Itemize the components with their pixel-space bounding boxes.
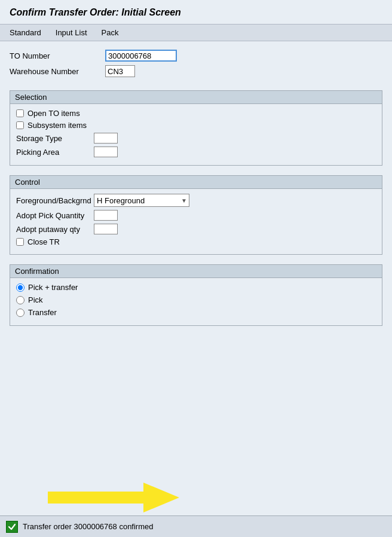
storage-type-row: Storage Type [16, 133, 376, 144]
yellow-arrow-annotation [48, 480, 179, 515]
storage-type-input[interactable] [94, 133, 118, 144]
radio-pick-transfer-label: Pick + transfer [28, 283, 78, 292]
subsystem-items-label: Subsystem items [27, 121, 87, 130]
to-number-input[interactable] [105, 50, 177, 62]
status-message: Transfer order 3000006768 confirmed [23, 522, 153, 531]
storage-type-label: Storage Type [16, 134, 94, 143]
selection-header: Selection [10, 91, 382, 104]
open-to-items-checkbox[interactable] [16, 109, 24, 117]
close-tr-label: Close TR [27, 237, 60, 246]
form-area: TO Number Warehouse Number [0, 41, 392, 86]
warehouse-input[interactable] [105, 65, 135, 77]
to-number-label: TO Number [10, 51, 105, 60]
radio-transfer-label: Transfer [28, 308, 57, 317]
picking-area-row: Picking Area [16, 147, 376, 157]
main-container: Confirm Transfer Order: Initial Screen S… [0, 0, 392, 537]
confirmation-header: Confirmation [10, 265, 382, 278]
close-tr-checkbox[interactable] [16, 238, 24, 246]
adopt-putaway-label: Adopt putaway qty [16, 225, 94, 234]
radio-pick-transfer-row: Pick + transfer [16, 283, 376, 292]
warehouse-row: Warehouse Number [10, 65, 382, 77]
radio-pick[interactable] [16, 296, 24, 304]
subsystem-items-row: Subsystem items [16, 121, 376, 130]
fg-bg-select[interactable]: H Foreground B Background [94, 194, 189, 207]
selection-section: Selection Open TO items Subsystem items … [10, 90, 382, 166]
open-to-items-row: Open TO items [16, 109, 376, 118]
control-content: Foreground/Backgrnd H Foreground B Backg… [10, 189, 382, 254]
close-tr-row: Close TR [16, 237, 376, 246]
radio-transfer-row: Transfer [16, 308, 376, 317]
checkmark-icon [8, 523, 16, 531]
menu-input-list[interactable]: Input List [56, 27, 87, 38]
adopt-pick-label: Adopt Pick Quantity [16, 211, 94, 220]
confirmation-section: Confirmation Pick + transfer Pick Transf… [10, 264, 382, 326]
adopt-putaway-row: Adopt putaway qty [16, 224, 376, 234]
menu-bar: Standard Input List Pack [0, 25, 392, 41]
control-section: Control Foreground/Backgrnd H Foreground… [10, 175, 382, 255]
title-bar: Confirm Transfer Order: Initial Screen [0, 0, 392, 25]
radio-pick-transfer[interactable] [16, 283, 24, 292]
selection-content: Open TO items Subsystem items Storage Ty… [10, 104, 382, 165]
picking-area-label: Picking Area [16, 148, 94, 157]
confirmation-content: Pick + transfer Pick Transfer [10, 278, 382, 325]
adopt-putaway-input[interactable] [94, 224, 118, 234]
status-bar: Transfer order 3000006768 confirmed [0, 515, 392, 537]
status-icon-wrapper [6, 521, 18, 533]
warehouse-label: Warehouse Number [10, 67, 105, 76]
adopt-pick-row: Adopt Pick Quantity [16, 210, 376, 221]
menu-pack[interactable]: Pack [102, 27, 119, 38]
control-header: Control [10, 176, 382, 189]
radio-pick-label: Pick [28, 295, 43, 304]
picking-area-input[interactable] [94, 147, 118, 157]
radio-pick-row: Pick [16, 295, 376, 304]
fg-bg-select-wrapper: H Foreground B Background [94, 194, 189, 207]
adopt-pick-input[interactable] [94, 210, 118, 221]
to-number-row: TO Number [10, 50, 382, 62]
fg-bg-label: Foreground/Backgrnd [16, 196, 94, 205]
radio-transfer[interactable] [16, 309, 24, 317]
page-title: Confirm Transfer Order: Initial Screen [10, 7, 382, 18]
open-to-items-label: Open TO items [27, 109, 80, 118]
svg-marker-0 [48, 483, 179, 512]
menu-standard[interactable]: Standard [10, 27, 41, 38]
subsystem-items-checkbox[interactable] [16, 121, 24, 129]
fg-bg-row: Foreground/Backgrnd H Foreground B Backg… [16, 194, 376, 207]
